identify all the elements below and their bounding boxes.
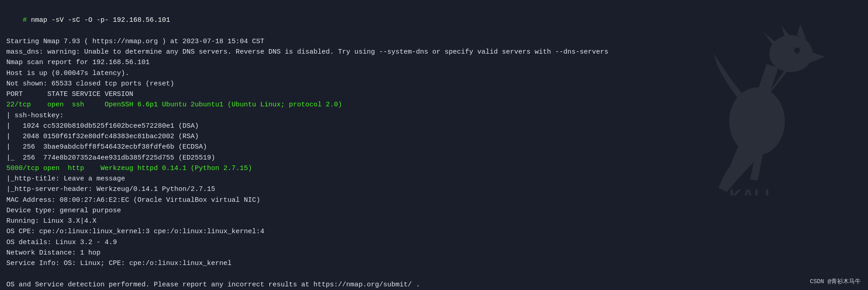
svg-marker-1 (807, 50, 825, 63)
csdn-branding: CSDN @青衫木马牛 (810, 277, 861, 285)
terminal-window: KALI # nmap -sV -sC -O -p- 192.168.56.10… (0, 0, 868, 290)
svg-text:KALI: KALI (729, 186, 770, 195)
empty-line (6, 269, 862, 279)
output-service-info: Service Info: OS: Linux; CPE: cpe:/o:lin… (6, 258, 862, 269)
kali-watermark: KALI (704, 23, 841, 195)
output-running: Running: Linux 3.X|4.X (6, 216, 862, 226)
command-text: nmap -sV -sC -O -p- 192.168.56.101 (31, 16, 170, 24)
output-device-type: Device type: general purpose (6, 205, 862, 216)
svg-point-0 (769, 35, 812, 72)
prompt-symbol: # (23, 16, 31, 24)
output-network-distance: Network Distance: 1 hop (6, 248, 862, 258)
output-footer-1: OS and Service detection performed. Plea… (6, 280, 862, 290)
output-mac: MAC Address: 08:00:27:A6:E2:EC (Oracle V… (6, 195, 862, 205)
output-os-cpe: OS CPE: cpe:/o:linux:linux_kernel:3 cpe:… (6, 226, 862, 237)
output-os-details: OS details: Linux 3.2 - 4.9 (6, 237, 862, 248)
